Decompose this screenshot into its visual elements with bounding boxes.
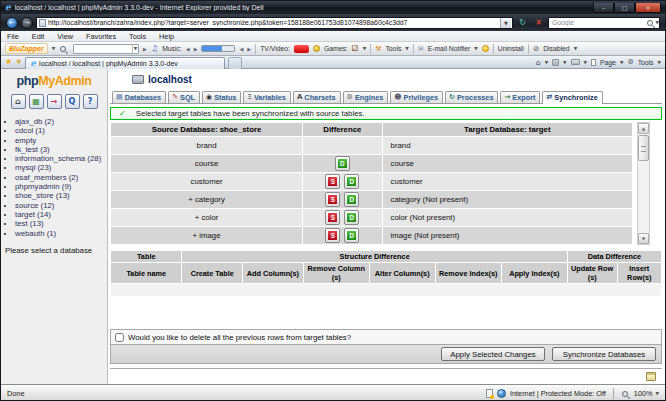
data-difference-button[interactable]: D <box>344 228 359 243</box>
games-dropdown-icon[interactable]: ▼ <box>363 46 366 51</box>
play-icon[interactable]: ▶ <box>143 46 147 52</box>
structure-difference-button[interactable]: S <box>325 210 340 225</box>
maximize-button[interactable]: ▢ <box>614 3 635 13</box>
back-button[interactable]: ← <box>6 17 18 29</box>
search-dropdown-icon[interactable]: ▼ <box>656 20 659 25</box>
structure-difference-button[interactable]: S <box>325 174 340 189</box>
print-icon[interactable] <box>571 59 580 65</box>
tools-menu[interactable]: Tools <box>638 59 654 66</box>
database-link[interactable]: cdcol (1) <box>15 126 45 135</box>
database-link[interactable]: ajax_db (2) <box>15 117 54 126</box>
tab-variables[interactable]: ΞVariables <box>243 91 291 103</box>
home-dropdown-icon[interactable]: ▼ <box>545 60 548 65</box>
database-link[interactable]: test (13) <box>15 219 44 228</box>
zoom-control[interactable]: 100% ▼ <box>621 389 659 398</box>
dice-icon[interactable]: ⚂ <box>352 44 359 53</box>
apply-selected-changes-button[interactable]: Apply Selected Changes <box>441 347 545 361</box>
music-progress-slider[interactable] <box>201 45 235 52</box>
menu-edit[interactable]: Edit <box>32 32 45 41</box>
home-icon[interactable]: ⌂ <box>536 58 541 67</box>
toolbar-search-dropdown-icon[interactable]: ▼ <box>132 45 138 53</box>
database-link[interactable]: shoe_store (13) <box>15 191 70 200</box>
browser-tab[interactable]: e localhost / localhost | phpMyAdmin 3.3… <box>25 57 225 69</box>
data-difference-button[interactable]: D <box>344 174 359 189</box>
tools-dropdown-icon[interactable]: ▼ <box>405 46 408 51</box>
forward-button[interactable]: → <box>21 17 33 29</box>
tools-menu-dropdown-icon[interactable]: ▼ <box>658 60 661 65</box>
structure-difference-button[interactable]: S <box>325 192 340 207</box>
tab-status[interactable]: ◉Status <box>202 91 241 103</box>
tab-processes[interactable]: ↻Processes <box>445 91 498 103</box>
structure-difference-button[interactable]: S <box>325 228 340 243</box>
tab-databases[interactable]: ▤Databases <box>112 91 166 103</box>
feed-dropdown-icon[interactable]: ▼ <box>563 60 566 65</box>
tab-engines[interactable]: ⚙Engines <box>343 91 389 103</box>
zoom-dropdown-icon[interactable]: ▼ <box>656 391 659 396</box>
phpmyadmin-docs-icon[interactable]: Q <box>65 94 80 109</box>
database-link[interactable]: webauth (1) <box>15 229 56 238</box>
database-link[interactable]: target (14) <box>15 210 51 219</box>
phpmyadmin-logo[interactable]: phpMyAdmin <box>1 74 107 88</box>
data-difference-button[interactable]: D <box>335 156 350 171</box>
add-favorite-icon[interactable]: ★ <box>15 58 22 66</box>
close-button[interactable]: × <box>635 3 661 13</box>
database-link[interactable]: source (12) <box>15 201 54 210</box>
tab-privileges[interactable]: ☻Privileges <box>390 91 443 103</box>
delete-rows-checkbox[interactable] <box>115 333 124 342</box>
toolbar-tools-menu[interactable]: Tools <box>385 45 401 52</box>
refresh-button[interactable]: ↻ <box>516 17 529 29</box>
menu-tools[interactable]: Tools <box>129 32 146 41</box>
page-menu[interactable]: Page <box>600 59 616 66</box>
log-out-icon[interactable]: → <box>47 94 62 109</box>
home-icon[interactable]: ⌂ <box>11 94 26 109</box>
disabled-menu[interactable]: Disabled <box>543 45 569 52</box>
print-dropdown-icon[interactable]: ▼ <box>584 60 587 65</box>
database-link[interactable]: phpmyadmin (9) <box>15 182 71 191</box>
pma-window-icon[interactable] <box>646 372 656 381</box>
volume-down-icon[interactable]: ◀ <box>239 46 243 52</box>
scroll-up-icon[interactable]: ▲ <box>638 123 649 134</box>
tab-synchronize[interactable]: ⇄Synchronize <box>542 91 602 104</box>
rss-feed-icon[interactable] <box>552 59 559 66</box>
tab-charsets[interactable]: ACharsets <box>293 91 341 103</box>
database-link[interactable]: fk_test (3) <box>15 145 50 154</box>
favorites-star-icon[interactable]: ★ <box>5 58 12 66</box>
next-track-icon[interactable]: ▶ <box>194 46 198 52</box>
database-link[interactable]: mysql (23) <box>15 163 51 172</box>
uninstall-button[interactable]: Uninstall <box>498 45 524 52</box>
volume-up-icon[interactable]: ▶ <box>247 46 251 52</box>
new-tab-button[interactable] <box>228 57 242 69</box>
menu-view[interactable]: View <box>57 32 73 41</box>
address-input[interactable] <box>48 18 498 28</box>
vertical-scrollbar[interactable]: ▲ ▼ <box>637 122 650 245</box>
tab-sql[interactable]: ✎SQL <box>168 91 200 103</box>
data-difference-button[interactable]: D <box>344 210 359 225</box>
email-dropdown-icon[interactable]: ▼ <box>474 46 477 51</box>
disabled-dropdown-icon[interactable]: ▼ <box>574 46 577 51</box>
scroll-down-icon[interactable]: ▼ <box>638 233 649 244</box>
data-difference-button[interactable]: D <box>344 192 359 207</box>
search-input[interactable] <box>552 18 646 28</box>
search-icon[interactable] <box>647 20 653 26</box>
stop-button[interactable]: × <box>532 17 545 29</box>
toolbar-search-icon[interactable] <box>60 46 66 52</box>
database-link[interactable]: information_schema (28) <box>15 154 101 163</box>
scrollbar-thumb[interactable] <box>638 135 649 161</box>
database-link[interactable]: osaf_members (2) <box>15 173 78 182</box>
menu-help[interactable]: Help <box>159 32 174 41</box>
tab-export[interactable]: →Export <box>500 91 540 103</box>
mysql-docs-icon[interactable]: ? <box>83 94 98 109</box>
toolbar-search-field[interactable]: ▼ <box>73 44 139 54</box>
brand-dropdown-icon[interactable]: ▼ <box>52 46 55 51</box>
synchronize-databases-button[interactable]: Synchronize Databases <box>552 347 656 361</box>
email-notifier-menu[interactable]: E-mail Notifier <box>428 45 471 52</box>
database-link[interactable]: empty <box>15 136 36 145</box>
minimize-button[interactable]: – <box>593 3 614 13</box>
address-dropdown-icon[interactable]: ▼ <box>500 18 511 28</box>
youtube-icon[interactable] <box>294 45 309 53</box>
query-window-icon[interactable]: ▦ <box>29 94 44 109</box>
toolbar-brand[interactable]: BluZapper <box>5 43 48 54</box>
menu-file[interactable]: File <box>7 32 19 41</box>
menu-favorites[interactable]: Favorites <box>86 32 116 41</box>
page-dropdown-icon[interactable]: ▼ <box>620 60 623 65</box>
